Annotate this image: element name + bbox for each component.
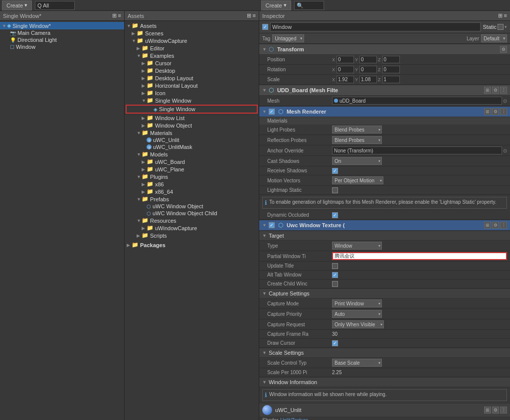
hierarchy-search-input[interactable] [35, 1, 75, 10]
layer-dropdown-wrapper[interactable]: Default [481, 34, 507, 42]
scale-y-input[interactable] [359, 76, 377, 83]
motion-vectors-dropdown-wrap[interactable]: Per Object Motion [332, 176, 383, 184]
proj-uwc-window-object[interactable]: ⬡ uWC Window Object [125, 203, 259, 210]
alt-tab-checkbox[interactable] [332, 272, 338, 278]
position-x-input[interactable] [337, 56, 354, 63]
capture-mode-dropdown[interactable]: Print Window [332, 299, 382, 307]
mat-btn1[interactable]: ⊞ [484, 407, 491, 414]
hierarchy-main-camera[interactable]: 📷 Main Camera [0, 29, 124, 36]
capture-settings-header[interactable]: ▼ Capture Settings [259, 288, 510, 298]
proj-resources[interactable]: ▼ 📁 Resources [125, 217, 259, 224]
proj-desktop-layout[interactable]: ▶ 📁 Desktop Layout [125, 74, 259, 82]
anchor-circle-btn[interactable]: ⊙ [503, 148, 507, 153]
draw-cursor-checkbox[interactable] [332, 340, 338, 346]
scale-z-input[interactable] [382, 76, 400, 83]
proj-examples[interactable]: ▼ 📁 Examples [125, 52, 259, 59]
proj-cursor[interactable]: ▶ 📁 Cursor [125, 59, 259, 67]
hierarchy-root[interactable]: ▼ ◈ Single Window* [0, 22, 124, 29]
mesh-filter-header[interactable]: ▼ ⬡ UDD_Board (Mesh Filte ⊞ ⚙ ⋮ [259, 85, 510, 96]
mesh-renderer-header[interactable]: ▼ ⬡ Mesh Renderer ⊞ ⚙ ⋮ [259, 106, 510, 117]
partial-window-input[interactable] [332, 252, 507, 260]
hierarchy-directional-light[interactable]: 💡 Directional Light [0, 36, 124, 43]
proj-uwc-unlit[interactable]: ◉ uWC_Unlit [125, 137, 259, 143]
proj-packages[interactable]: ▶ 📁 Packages [125, 241, 259, 249]
proj-prefabs[interactable]: ▼ 📁 Prefabs [125, 195, 259, 203]
scale-settings-header[interactable]: ▼ Scale Settings [259, 348, 510, 358]
proj-scenes[interactable]: ▶ 📁 Scenes [125, 29, 259, 37]
proj-plugins[interactable]: ▼ 📁 Plugins [125, 173, 259, 180]
proj-models[interactable]: ▼ 📁 Models [125, 150, 259, 158]
proj-uwc-plane[interactable]: ▶ 📁 uWC_Plane [125, 165, 259, 173]
mesh-renderer-btn1[interactable]: ⊞ [484, 108, 491, 115]
uwc-texture-btn2[interactable]: ⚙ [492, 222, 499, 229]
reflection-probes-dropdown-wrap[interactable]: Blend Probes [332, 136, 382, 144]
anchor-override-ref[interactable]: None (Transform) [332, 146, 502, 154]
layer-dropdown[interactable]: Default [481, 34, 507, 42]
proj-uwindowcapture[interactable]: ▼ 📁 uWindowCapture [125, 37, 259, 44]
proj-uwc-unlitmask[interactable]: ◉ uWC_UnlitMask [125, 143, 259, 150]
light-probes-dropdown-wrap[interactable]: Blend Probes [332, 126, 382, 134]
capture-priority-dropdown[interactable]: Auto [332, 310, 382, 318]
motion-vectors-dropdown[interactable]: Per Object Motion [332, 176, 383, 184]
position-y-input[interactable] [359, 56, 377, 63]
object-name-input[interactable] [270, 22, 481, 31]
type-dropdown[interactable]: Window [332, 242, 382, 250]
transform-component-header[interactable]: ▼ ⬡ Transform ⚙ [259, 44, 510, 55]
target-section-header[interactable]: ▼ Target [259, 231, 510, 241]
project-content[interactable]: ▼ 📁 Assets ▶ 📁 Scenes ▼ 📁 uWindowCapture… [125, 21, 259, 420]
update-title-checkbox[interactable] [332, 263, 338, 269]
proj-single-window-scene[interactable]: ◈ Single Window [126, 105, 258, 114]
proj-desktop[interactable]: ▶ 📁 Desktop [125, 67, 259, 74]
create-child-checkbox[interactable] [332, 281, 338, 287]
hierarchy-content[interactable]: ▼ ◈ Single Window* 📷 Main Camera 💡 Direc… [0, 21, 124, 420]
cast-shadows-dropdown[interactable]: On [332, 157, 382, 165]
reflection-probes-dropdown[interactable]: Blend Probes [332, 136, 382, 144]
proj-icon[interactable]: ▶ 📁 Icon [125, 89, 259, 97]
scale-control-dropdown[interactable]: Base Scale [332, 359, 382, 367]
proj-uwc-board[interactable]: ▶ 📁 uWC_Board [125, 158, 259, 165]
uwc-texture-header[interactable]: ▼ ⬡ Uwc Window Texture ( ⊞ ⚙ ⋮ [259, 220, 510, 231]
capture-priority-dropdown-wrap[interactable]: Auto [332, 310, 382, 318]
mesh-renderer-active[interactable] [269, 109, 275, 115]
scale-x-input[interactable] [337, 76, 354, 83]
proj-x86[interactable]: ▶ 📁 x86 [125, 180, 259, 188]
mat-btn3[interactable]: ⋮ [500, 407, 507, 414]
tag-dropdown-wrapper[interactable]: Untagged [272, 34, 304, 42]
cast-shadows-dropdown-wrap[interactable]: On [332, 157, 382, 165]
position-z-input[interactable] [382, 56, 400, 63]
create-assets-button[interactable]: Create ▾ [261, 0, 291, 10]
mesh-circle-btn[interactable]: ⊙ [503, 98, 507, 104]
proj-assets-root[interactable]: ▼ 📁 Assets [125, 22, 259, 29]
window-info-header[interactable]: ▼ Window Information [259, 377, 510, 387]
transform-settings-btn[interactable]: ⚙ [500, 46, 507, 53]
uwc-texture-active[interactable] [269, 222, 275, 228]
proj-materials[interactable]: ▼ 📁 Materials [125, 129, 259, 137]
scale-control-dropdown-wrap[interactable]: Base Scale [332, 359, 382, 367]
assets-search-input[interactable] [294, 1, 324, 10]
proj-editor[interactable]: ▶ 📁 Editor [125, 44, 259, 52]
dynamic-occluded-checkbox[interactable] [332, 212, 338, 218]
mesh-filter-btn3[interactable]: ⋮ [500, 87, 507, 94]
capture-request-dropdown[interactable]: Only When Visible [332, 320, 384, 328]
proj-x86-64[interactable]: ▶ 📁 x86_64 [125, 188, 259, 195]
lightmap-static-checkbox[interactable] [332, 187, 338, 193]
proj-single-window-folder[interactable]: ▼ 📁 Single Window [125, 97, 259, 104]
light-probes-dropdown[interactable]: Blend Probes [332, 126, 382, 134]
proj-window-object[interactable]: ▶ 📁 Window Object [125, 122, 259, 129]
static-dropdown-arrow[interactable]: ▾ [505, 24, 507, 29]
mesh-filter-btn1[interactable]: ⊞ [484, 87, 491, 94]
static-checkbox[interactable] [498, 24, 504, 30]
mesh-renderer-btn3[interactable]: ⋮ [500, 108, 507, 115]
mesh-object-ref[interactable]: uDD_Board [332, 97, 502, 105]
receive-shadows-checkbox[interactable] [332, 168, 338, 174]
rotation-z-input[interactable] [382, 66, 400, 73]
rotation-y-input[interactable] [359, 66, 377, 73]
uwc-texture-btn1[interactable]: ⊞ [484, 222, 491, 229]
create-hierarchy-button[interactable]: Create ▾ [2, 0, 32, 10]
tag-dropdown[interactable]: Untagged [272, 34, 304, 42]
proj-resources-uwc[interactable]: ▶ 📁 uWindowCapture [125, 224, 259, 232]
mat-btn2[interactable]: ⚙ [492, 407, 499, 414]
mesh-filter-btn2[interactable]: ⚙ [492, 87, 499, 94]
proj-scripts[interactable]: ▶ 📁 Scripts [125, 232, 259, 239]
proj-uwc-window-object-child[interactable]: ⬡ uWC Window Object Child [125, 210, 259, 217]
